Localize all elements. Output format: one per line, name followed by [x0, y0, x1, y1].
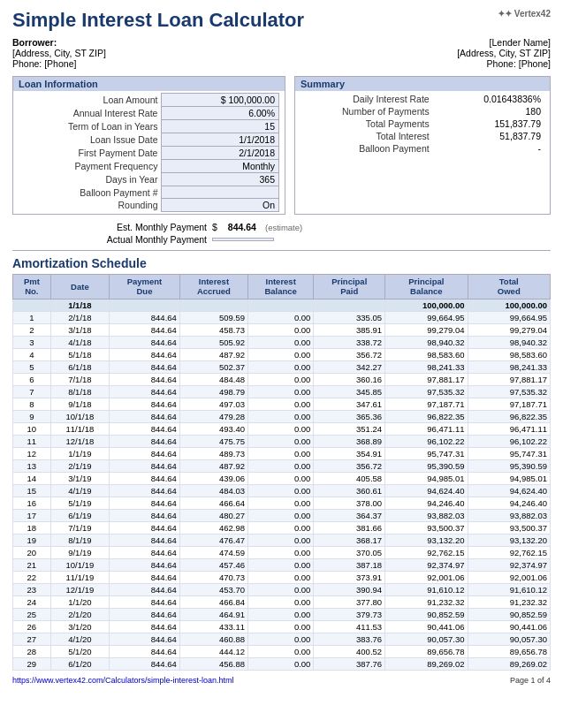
loan-info-section: Loan Information Loan Amount $ 100,000.0…	[12, 76, 285, 215]
est-payment-value: 844.64	[228, 222, 256, 232]
act-payment-label: Actual Monthly Payment	[65, 234, 207, 245]
table-cell: 26	[13, 620, 51, 633]
table-row: Rounding On	[19, 199, 279, 212]
table-cell: 97,187.71	[385, 398, 468, 410]
field-value[interactable]: Monthly	[162, 160, 279, 173]
dollar-sign: $	[212, 222, 217, 232]
table-row: Loan Issue Date 1/1/2018	[19, 133, 279, 147]
table-cell: 844.64	[110, 497, 180, 509]
table-cell: 356.72	[314, 348, 385, 360]
field-label: Balloon Payment #	[19, 186, 162, 199]
table-cell: 98,583.60	[468, 348, 550, 360]
table-cell: 479.28	[179, 410, 247, 422]
table-cell: 476.47	[179, 534, 247, 546]
table-cell: 509.59	[179, 311, 247, 323]
table-cell: 487.92	[179, 348, 247, 360]
table-cell: 14	[13, 472, 51, 484]
table-cell: 347.61	[314, 398, 385, 410]
table-cell: 6	[13, 373, 51, 385]
table-cell: 0.00	[247, 323, 313, 336]
table-cell: 27	[13, 633, 51, 645]
table-cell: 844.64	[110, 447, 180, 459]
table-cell: 356.72	[314, 459, 385, 472]
field-value: 151,837.79	[433, 118, 544, 130]
table-cell: 466.84	[179, 595, 247, 608]
table-row: Loan Amount $ 100,000.00	[19, 94, 279, 107]
table-cell: 6/1/18	[50, 360, 109, 373]
table-cell: 379.73	[314, 608, 385, 620]
table-cell: 93,882.03	[468, 509, 550, 521]
table-cell: 368.17	[314, 534, 385, 546]
table-cell: 345.85	[314, 385, 385, 398]
table-cell: 0.00	[247, 595, 313, 608]
table-cell: 497.03	[179, 398, 247, 410]
field-value[interactable]: 365	[162, 173, 279, 186]
table-cell: 89,269.02	[385, 657, 468, 670]
table-cell: 474.59	[179, 546, 247, 558]
table-cell: 91,610.12	[385, 583, 468, 595]
field-label: Rounding	[19, 199, 162, 212]
col-pmt-no: PmtNo.	[13, 275, 51, 300]
field-label: Annual Interest Rate	[19, 107, 162, 120]
table-cell: 92,762.15	[385, 546, 468, 558]
table-cell: 97,881.17	[385, 373, 468, 385]
table-row: Annual Interest Rate 6.00%	[19, 107, 279, 120]
table-cell: 6/1/20	[50, 657, 109, 670]
table-cell	[110, 299, 180, 311]
table-cell: 21	[13, 558, 51, 571]
act-payment-input[interactable]	[212, 238, 274, 241]
table-row: Total Interest 51,837.79	[301, 130, 544, 142]
field-value[interactable]: 6.00%	[162, 107, 279, 120]
table-cell: 844.64	[110, 311, 180, 323]
table-cell: 400.52	[314, 645, 385, 657]
table-cell: 94,246.40	[468, 497, 550, 509]
field-value[interactable]: On	[162, 199, 279, 212]
table-cell: 7/1/19	[50, 521, 109, 534]
table-cell: 98,940.32	[468, 336, 550, 348]
table-cell: 93,882.03	[385, 509, 468, 521]
table-cell: 91,232.32	[385, 595, 468, 608]
table-cell: 1/1/19	[50, 447, 109, 459]
field-label: Number of Payments	[301, 105, 433, 118]
lender-phone: Phone: [Phone]	[457, 58, 551, 69]
table-cell: 0.00	[247, 546, 313, 558]
field-value[interactable]: 2/1/2018	[162, 147, 279, 160]
table-cell: 89,656.78	[468, 645, 550, 657]
summary-header: Summary	[295, 77, 550, 91]
table-cell: 97,881.17	[468, 373, 550, 385]
table-cell: 92,374.97	[385, 558, 468, 571]
logo-text: ✦✦ Vertex42	[498, 9, 551, 19]
col-interest-balance: InterestBalance	[247, 275, 313, 300]
table-cell: 96,822.35	[385, 410, 468, 422]
field-value[interactable]: 1/1/2018	[162, 133, 279, 147]
field-value[interactable]	[162, 186, 279, 199]
table-cell: 464.91	[179, 608, 247, 620]
table-cell: 377.80	[314, 595, 385, 608]
table-cell: 95,747.31	[468, 447, 550, 459]
table-cell: 98,940.32	[385, 336, 468, 348]
field-value[interactable]: $ 100,000.00	[162, 94, 279, 107]
table-cell: 502.37	[179, 360, 247, 373]
footer-url[interactable]: https://www.vertex42.com/Calculators/sim…	[12, 676, 234, 685]
table-cell: 0.00	[247, 360, 313, 373]
table-cell: 470.73	[179, 571, 247, 583]
table-cell: 16	[13, 497, 51, 509]
table-cell: 360.61	[314, 484, 385, 497]
table-cell: 99,279.04	[468, 323, 550, 336]
table-cell: 844.64	[110, 360, 180, 373]
table-cell: 92,762.15	[468, 546, 550, 558]
table-cell: 5/1/18	[50, 348, 109, 360]
table-cell: 1	[13, 311, 51, 323]
table-cell: 100,000.00	[385, 299, 468, 311]
field-label: Payment Frequency	[19, 160, 162, 173]
table-cell: 0.00	[247, 645, 313, 657]
table-cell: 365.36	[314, 410, 385, 422]
table-cell: 10/1/18	[50, 410, 109, 422]
table-cell: 4/1/19	[50, 484, 109, 497]
field-value[interactable]: 15	[162, 120, 279, 133]
table-cell: 364.37	[314, 509, 385, 521]
table-cell: 11/1/18	[50, 422, 109, 435]
table-cell: 385.91	[314, 323, 385, 336]
table-cell: 1/1/20	[50, 595, 109, 608]
table-cell: 95,747.31	[385, 447, 468, 459]
